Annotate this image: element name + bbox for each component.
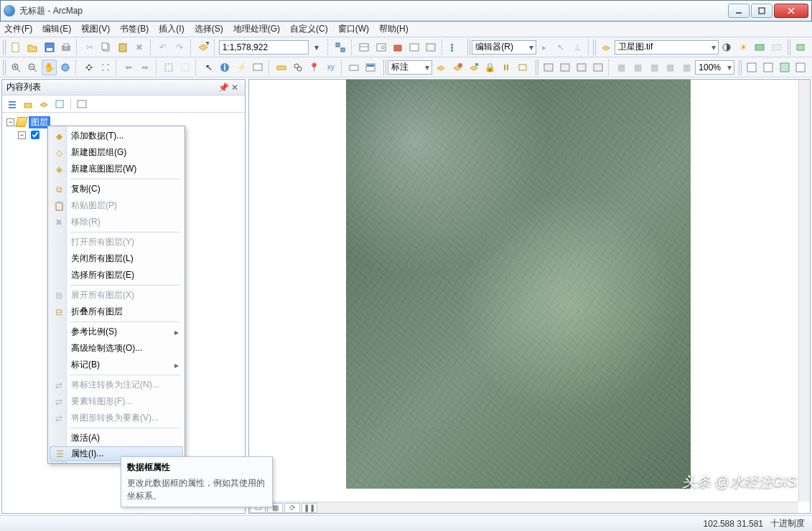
toolbar-grip[interactable] <box>536 60 539 75</box>
labeling-dropdown[interactable]: 标注 <box>388 60 432 75</box>
find-icon[interactable] <box>290 60 305 75</box>
options-icon[interactable] <box>75 97 89 111</box>
clear-selection-icon[interactable] <box>177 60 192 75</box>
label-manager-icon[interactable] <box>433 60 448 75</box>
close-button[interactable] <box>774 4 808 18</box>
close-panel-icon[interactable]: ✕ <box>229 83 241 93</box>
search-icon[interactable] <box>373 39 388 55</box>
menu-view[interactable]: 视图(V) <box>81 23 110 35</box>
menu-geoprocessing[interactable]: 地理处理(G) <box>233 23 280 35</box>
menu-help[interactable]: 帮助(H) <box>379 23 409 35</box>
list-by-source-icon[interactable] <box>21 97 35 111</box>
menu-window[interactable]: 窗口(W) <box>338 23 369 35</box>
menu-item[interactable]: 关闭所有图层(L) <box>50 250 183 267</box>
pause-drawing-button[interactable]: ❚❚ <box>302 503 317 513</box>
toolbar-grip[interactable] <box>739 60 742 75</box>
editor-dropdown[interactable]: 编辑器(R) <box>472 40 536 55</box>
toolbar-grip[interactable] <box>3 39 6 55</box>
print-icon[interactable] <box>58 39 73 55</box>
list-by-selection-icon[interactable] <box>52 97 67 111</box>
minimize-button[interactable] <box>728 4 750 18</box>
label-weight-icon[interactable] <box>466 60 481 75</box>
redo-icon[interactable]: ↷ <box>172 39 187 55</box>
menu-insert[interactable]: 插入(I) <box>159 23 184 35</box>
html-popup-icon[interactable] <box>251 60 266 75</box>
menu-item[interactable]: ⧉复制(C) <box>50 181 183 197</box>
refresh-button[interactable]: ⟳ <box>284 503 300 513</box>
flicker-icon[interactable] <box>769 39 784 55</box>
select-features-icon[interactable] <box>162 60 177 75</box>
menu-item[interactable]: 标记(B) <box>50 357 183 373</box>
menu-item[interactable]: 参考比例(S) <box>50 324 183 340</box>
menu-item[interactable]: ◆添加数据(T)... <box>50 128 183 144</box>
zoom-pct-combo[interactable]: 100% <box>695 60 734 75</box>
list-by-visibility-icon[interactable] <box>37 97 51 111</box>
contrast-icon[interactable] <box>719 39 734 55</box>
pause-labels-icon[interactable] <box>499 60 514 75</box>
scale-dropdown-icon[interactable]: ▾ <box>309 39 325 55</box>
add-data-icon[interactable]: + <box>196 39 211 55</box>
goto-xy-icon[interactable]: xy <box>323 60 338 75</box>
scale-input[interactable]: 1:1,578,922 <box>219 40 309 55</box>
menu-select[interactable]: 选择(S) <box>195 23 223 35</box>
copy-icon[interactable] <box>98 39 113 55</box>
menu-item[interactable]: ◇新建图层组(G) <box>50 144 183 161</box>
list-by-drawing-order-icon[interactable] <box>5 97 19 111</box>
menu-item[interactable]: 选择所有图层(E) <box>50 267 183 283</box>
pin-icon[interactable]: 📌 <box>218 83 229 93</box>
brightness-icon[interactable]: ☀ <box>736 39 751 55</box>
menu-item[interactable]: ⊟折叠所有图层 <box>50 304 183 320</box>
arc-toolbox-icon[interactable] <box>390 39 405 55</box>
identify-icon[interactable]: i <box>218 60 233 75</box>
georef-icon2[interactable] <box>557 60 572 75</box>
catalog-icon[interactable] <box>357 39 372 55</box>
horizontal-scrollbar[interactable]: ▭ ▦ ⟳ ❚❚ <box>249 502 798 513</box>
cut-icon[interactable]: ✂ <box>82 39 97 55</box>
python-icon[interactable] <box>406 39 421 55</box>
menu-item[interactable]: 高级绘制选项(O)... <box>50 340 183 357</box>
modelbuilder-icon[interactable] <box>423 39 438 55</box>
fixed-zoom-in-icon[interactable] <box>81 60 96 75</box>
draw-rect-icon[interactable] <box>793 39 808 55</box>
undo-icon[interactable]: ↶ <box>156 39 171 55</box>
time-slider-icon[interactable] <box>347 60 362 75</box>
toolbar-grip[interactable] <box>788 39 791 55</box>
menu-bookmarks[interactable]: 书签(B) <box>120 23 149 35</box>
toolbar-grip[interactable] <box>383 60 387 75</box>
forward-icon[interactable]: ➡ <box>138 60 153 75</box>
label-priority-icon[interactable] <box>449 60 465 75</box>
save-icon[interactable] <box>42 39 57 55</box>
menu-item[interactable]: 激活(A) <box>50 430 183 446</box>
find-route-icon[interactable]: 📍 <box>307 60 322 75</box>
map-view[interactable]: ▭ ▦ ⟳ ❚❚ 头条 @水经注GIS <box>248 79 811 514</box>
menu-file[interactable]: 文件(F) <box>4 23 32 35</box>
view-unplaced-icon[interactable] <box>515 60 531 75</box>
back-icon[interactable]: ⬅ <box>121 60 136 75</box>
swipe-icon[interactable] <box>752 39 767 55</box>
new-icon[interactable] <box>9 39 24 55</box>
delete-icon[interactable]: ✖ <box>132 39 147 55</box>
layout-icon2[interactable] <box>760 60 775 75</box>
fixed-zoom-out-icon[interactable] <box>98 60 113 75</box>
toolbar-grip[interactable] <box>593 39 597 55</box>
vertical-scrollbar[interactable] <box>798 80 810 502</box>
toolbar-grip[interactable] <box>3 60 6 75</box>
layout-icon3[interactable] <box>777 60 792 75</box>
toolbar-grip[interactable] <box>467 39 471 55</box>
layout-icon1[interactable] <box>744 60 759 75</box>
select-elements-icon[interactable]: ↖ <box>201 60 216 75</box>
georef-icon[interactable] <box>541 60 556 75</box>
effects-layer-combo[interactable]: 卫星图.tif <box>615 40 719 55</box>
table-of-contents-icon[interactable] <box>447 39 462 55</box>
georef-rotate-icon[interactable] <box>574 60 589 75</box>
collapse-toggle[interactable]: − <box>18 131 26 139</box>
full-extent-icon[interactable] <box>58 60 73 75</box>
hyperlink-icon[interactable]: ⚡ <box>234 60 249 75</box>
effects-layer-icon[interactable] <box>599 39 614 55</box>
editor-toolbar-icon[interactable] <box>333 39 348 55</box>
pan-icon[interactable]: ✋ <box>42 60 57 75</box>
maximize-button[interactable] <box>751 4 773 18</box>
measure-icon[interactable] <box>274 60 289 75</box>
create-viewer-icon[interactable] <box>363 60 378 75</box>
menu-customize[interactable]: 自定义(C) <box>290 23 328 35</box>
